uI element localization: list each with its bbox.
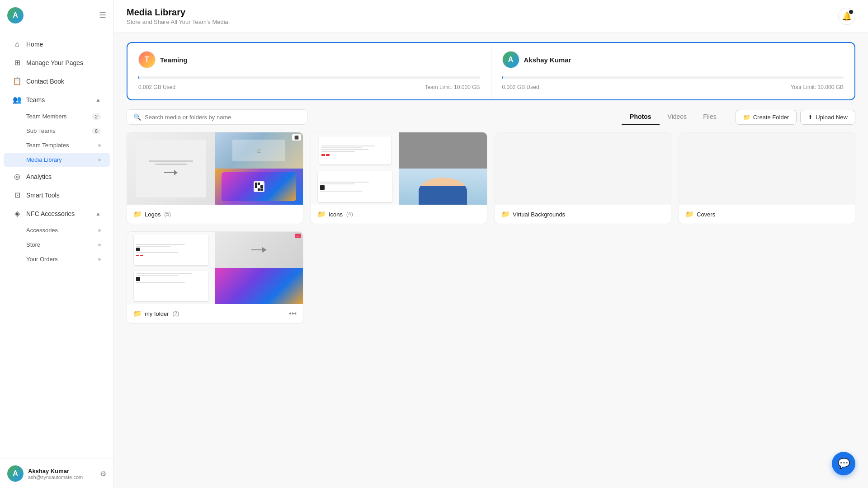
search-box: 🔍 [127, 109, 307, 125]
sidebar-item-smart-tools[interactable]: ⊡ Smart Tools [4, 186, 110, 204]
team-storage-limit: Team Limit: 10.000 GB [425, 84, 480, 90]
user-avatar: A [7, 465, 24, 482]
folder-icon-covers: 📁 [685, 210, 694, 218]
sidebar-navigation: ⌂ Home ⊞ Manage Your Pages 📋 Contact Boo… [0, 31, 113, 459]
settings-icon[interactable]: ⚙ [100, 469, 106, 478]
sidebar-item-sub-teams[interactable]: Sub Teams 6 [4, 124, 110, 138]
accessories-dot [98, 229, 101, 232]
media-toolbar: 🔍 Photos Videos Files 📁 Create Folder ⬆ … [127, 109, 855, 125]
team-storage-bar-bg [138, 76, 480, 79]
logos-count: (5) [164, 211, 171, 217]
sidebar-item-contact-book[interactable]: 📋 Contact Book [4, 72, 110, 90]
folder-card-icons[interactable]: 📁 Icons (4) [311, 132, 487, 224]
sidebar-item-manage-label: Manage Your Pages [26, 59, 83, 66]
personal-storage-user: A Akshay Kumar [502, 51, 844, 68]
myfolder-preview-br [215, 268, 303, 304]
sidebar-toggle-icon[interactable]: ☰ [99, 10, 106, 20]
analytics-icon: ◎ [13, 172, 22, 181]
tab-files[interactable]: Files [695, 109, 725, 125]
icons-footer: 📁 Icons (4) [311, 205, 487, 224]
sidebar-avatar: A [7, 7, 24, 23]
covers-name: 📁 Covers [685, 210, 715, 218]
your-orders-label: Your Orders [26, 256, 58, 263]
covers-label: Covers [697, 211, 715, 218]
sidebar-item-accessories[interactable]: Accessories [4, 223, 110, 237]
logos-label: Logos [145, 211, 160, 218]
folder-card-covers[interactable]: 📁 Covers [679, 132, 855, 224]
team-storage-avatar: T [138, 51, 156, 68]
vb-name: 📁 Virtual Backgrounds [501, 210, 565, 218]
personal-storage-used: 0.002 GB Used [502, 84, 539, 90]
teams-icon: 👥 [13, 95, 22, 104]
svg-marker-3 [262, 247, 267, 253]
sidebar-item-team-members[interactable]: Team Members 2 [4, 109, 110, 123]
upload-new-button[interactable]: ⬆ Upload New [800, 110, 855, 125]
nfc-label: NFC Accessories [26, 210, 75, 217]
myfolder-name: 📁 my folder (2) [133, 310, 179, 318]
logos-name: 📁 Logos (5) [133, 210, 171, 218]
vb-label: Virtual Backgrounds [513, 211, 565, 218]
folder-icon-icons: 📁 [317, 210, 326, 218]
user-info: Akshay Kumar ash@synxautomate.com [28, 468, 95, 480]
main-content: Media Library Store and Share All Your T… [114, 0, 868, 488]
personal-storage-meta: 0.002 GB Used Your Limit: 10.000 GB [502, 84, 844, 90]
icons-preview-tr [399, 132, 487, 169]
logos-preview-main [127, 132, 215, 205]
user-name: Akshay Kumar [28, 468, 95, 474]
personal-storage: A Akshay Kumar 0.002 GB Used Your Limit:… [491, 43, 855, 99]
personal-storage-limit: Your Limit: 10.000 GB [791, 84, 844, 90]
media-library-dot [98, 159, 101, 161]
myfolder-menu-icon[interactable]: ••• [289, 310, 297, 318]
sidebar-section-teams[interactable]: 👥 Teams ▲ [4, 91, 110, 108]
page-title: Media Library [127, 7, 230, 18]
sidebar-item-your-orders[interactable]: Your Orders [4, 252, 110, 266]
logos-preview-br [215, 169, 303, 205]
logos-preview: 🏢 ⬛ [127, 132, 303, 205]
sidebar-item-home[interactable]: ⌂ Home [4, 36, 110, 53]
home-icon: ⌂ [13, 40, 22, 48]
folder-icon-vb: 📁 [501, 210, 510, 218]
sidebar-item-home-label: Home [26, 41, 43, 48]
sidebar-header: A ☰ [0, 0, 113, 31]
storage-card: T Teaming 0.002 GB Used Team Limit: 10.0… [127, 42, 855, 100]
sidebar-item-media-library[interactable]: Media Library [4, 153, 110, 167]
media-grid: 🏢 ⬛ [127, 132, 855, 324]
pages-icon: ⊞ [13, 58, 22, 67]
sub-teams-badge: 6 [92, 128, 101, 134]
notification-dot [849, 10, 853, 14]
sidebar-item-team-templates[interactable]: Team Templates [4, 138, 110, 152]
covers-preview [679, 132, 855, 205]
icons-preview-br [399, 169, 487, 205]
myfolder-preview-tl [127, 232, 215, 268]
icons-preview-tl [311, 132, 399, 169]
folder-card-virtual-backgrounds[interactable]: 📁 Virtual Backgrounds [495, 132, 671, 224]
sidebar-section-nfc[interactable]: ◈ NFC Accessories ▲ [4, 205, 110, 222]
personal-storage-avatar: A [502, 51, 519, 68]
tab-videos[interactable]: Videos [660, 109, 695, 125]
folder-card-my-folder[interactable]: ▪ 📁 [127, 231, 303, 324]
search-input[interactable] [145, 114, 301, 121]
topbar: Media Library Store and Share All Your T… [114, 0, 868, 33]
chat-icon: 💬 [838, 458, 850, 469]
notification-button[interactable]: 🔔 [838, 8, 855, 25]
sidebar-item-manage-pages[interactable]: ⊞ Manage Your Pages [4, 54, 110, 71]
myfolder-preview-bl [127, 268, 215, 304]
user-email: ash@synxautomate.com [28, 474, 95, 480]
sidebar-item-store[interactable]: Store [4, 238, 110, 252]
team-members-label: Team Members [26, 113, 67, 120]
logos-footer: 📁 Logos (5) [127, 205, 303, 224]
topbar-right: 🔔 [838, 8, 855, 25]
media-library-label: Media Library [26, 156, 62, 163]
sidebar-item-analytics[interactable]: ◎ Analytics [4, 168, 110, 185]
icons-preview-bl [311, 169, 399, 205]
folder-card-logos[interactable]: 🏢 ⬛ [127, 132, 303, 224]
svg-marker-1 [174, 170, 178, 175]
create-folder-button[interactable]: 📁 Create Folder [736, 110, 797, 125]
chat-button[interactable]: 💬 [832, 452, 855, 475]
folder-icon-myfolder: 📁 [133, 310, 142, 318]
tab-photos[interactable]: Photos [622, 109, 659, 125]
myfolder-label: my folder [145, 310, 169, 317]
folder-icon: 📁 [743, 114, 750, 121]
icons-count: (4) [346, 211, 353, 217]
team-storage-user: T Teaming [138, 51, 480, 68]
